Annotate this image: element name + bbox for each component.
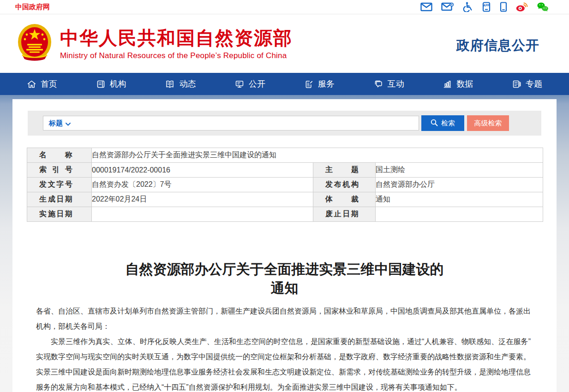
advanced-search-label: 高级检索 <box>474 119 502 128</box>
document-title-line1: 自然资源部办公厅关于全面推进实景三维中国建设的 <box>126 261 444 277</box>
mail-icon[interactable] <box>420 2 432 12</box>
field-label-effective: 实施日期 <box>27 207 92 222</box>
ministry-title-cn: 中华人民共和国自然资源部 <box>60 27 293 48</box>
nav-label: 服务 <box>318 78 335 89</box>
app-icon[interactable]: APP <box>482 2 491 12</box>
paragraph-salutation: 各省、自治区、直辖市及计划单列市自然资源主管部门，新疆生产建设兵团自然资源局，国… <box>36 303 531 334</box>
search-input[interactable]: 标题 <box>43 116 419 131</box>
ministry-title-en: Ministry of Natural Resources of the Peo… <box>60 51 293 60</box>
accessibility-icon[interactable] <box>463 2 473 12</box>
field-value-created: 2022年02月24日 <box>92 192 313 207</box>
national-emblem-logo <box>17 23 53 65</box>
nav-label: 机构 <box>110 78 126 89</box>
table-row: 名称 自然资源部办公厅关于全面推进实景三维中国建设的通知 <box>27 148 543 163</box>
search-field-label: 标题 <box>49 119 63 128</box>
paragraph-intro: 实景三维作为真实、立体、时序化反映人类生产、生活和生态空间的时空信息，是国家重要… <box>36 334 531 392</box>
weibo-icon[interactable] <box>516 2 528 12</box>
field-label-doc-number: 发文字号 <box>27 178 92 192</box>
table-row: 索引号 000019174/2022-00016 主题 国土测绘 <box>27 163 543 178</box>
field-value-index: 000019174/2022-00016 <box>92 163 313 178</box>
search-text-input[interactable] <box>71 116 419 131</box>
mail-subscribe-icon[interactable] <box>441 2 454 12</box>
nav-item-interaction[interactable]: 互动 <box>373 78 404 89</box>
topics-journal-icon <box>512 79 521 89</box>
page-background: 标题 检索 高级检索 名称 自然资源部办公厅关于全面推进实景三维中国建设的通知 … <box>0 95 569 392</box>
nav-label: 互动 <box>388 78 404 89</box>
disclosure-screen-icon <box>234 79 245 89</box>
topbar: 中国政府网 APP <box>0 0 569 14</box>
nav-label: 动态 <box>179 78 196 89</box>
field-value-agency: 自然资源部办公厅 <box>376 178 543 192</box>
nav-label: 数据 <box>456 78 473 89</box>
content-panel: 标题 检索 高级检索 名称 自然资源部办公厅关于全面推进实景三维中国建设的通知 … <box>12 99 557 392</box>
document-title-line2: 通知 <box>271 280 299 296</box>
nav-label: 公开 <box>249 78 265 89</box>
table-row: 生成日期 2022年02月24日 体裁 通知 <box>27 192 543 207</box>
news-book-icon <box>165 79 175 89</box>
svg-text:APP: APP <box>483 4 490 7</box>
brand-text: 中华人民共和国自然资源部 Ministry of Natural Resourc… <box>60 27 293 60</box>
organization-icon <box>96 79 106 89</box>
field-label-index: 索引号 <box>27 163 92 178</box>
field-value-repeal <box>376 207 543 222</box>
field-label-agency: 发布机构 <box>313 178 376 192</box>
field-value-effective <box>92 207 313 222</box>
data-chart-icon <box>443 79 452 89</box>
nav-item-disclosure[interactable]: 公开 <box>234 78 265 89</box>
search-field-selector[interactable]: 标题 <box>49 119 71 128</box>
field-value-genre: 通知 <box>376 192 543 207</box>
nav-item-news[interactable]: 动态 <box>165 78 196 89</box>
field-label-created: 生成日期 <box>27 192 92 207</box>
field-value-name: 自然资源部办公厅关于全面推进实景三维中国建设的通知 <box>92 148 543 163</box>
nav-item-data[interactable]: 数据 <box>443 78 473 89</box>
field-label-genre: 体裁 <box>313 192 376 207</box>
search-button-label: 检索 <box>441 119 455 128</box>
table-row: 发文字号 自然资办发〔2022〕7号 发布机构 自然资源部办公厅 <box>27 178 543 192</box>
wechat-icon[interactable] <box>537 2 549 12</box>
field-label-repeal: 废止日期 <box>313 207 376 222</box>
document-title: 自然资源部办公厅关于全面推进实景三维中国建设的 通知 <box>112 260 458 297</box>
brand: 中华人民共和国自然资源部 Ministry of Natural Resourc… <box>17 23 293 65</box>
nav-label: 专题 <box>526 78 542 89</box>
chevron-down-icon <box>66 119 71 127</box>
search-bar: 标题 检索 高级检索 <box>28 111 541 136</box>
mobile-icon[interactable] <box>500 2 507 12</box>
document-info-table: 名称 自然资源部办公厅关于全面推进实景三维中国建设的通知 索引号 0000191… <box>27 148 543 222</box>
service-edit-icon <box>304 79 314 89</box>
table-row: 实施日期 废止日期 <box>27 207 543 222</box>
advanced-search-button[interactable]: 高级检索 <box>467 115 509 131</box>
site-header: 中华人民共和国自然资源部 Ministry of Natural Resourc… <box>0 14 569 73</box>
field-label-subject: 主题 <box>313 163 376 178</box>
document-body: 各省、自治区、直辖市及计划单列市自然资源主管部门，新疆生产建设兵团自然资源局，国… <box>12 303 557 392</box>
nav-item-home[interactable]: 首页 <box>27 78 57 89</box>
nav-label: 首页 <box>41 78 57 89</box>
search-button[interactable]: 检索 <box>421 115 464 131</box>
field-value-subject: 国土测绘 <box>376 163 543 178</box>
field-label-name: 名称 <box>27 148 92 163</box>
main-nav: 首页 机构 动态 公开 服务 互动 数据 专题 <box>0 73 569 95</box>
nav-item-service[interactable]: 服务 <box>304 78 335 89</box>
page-section-title: 政府信息公开 <box>456 36 539 55</box>
interaction-chat-icon <box>373 79 383 89</box>
topbar-icons: APP <box>420 2 549 12</box>
search-icon <box>431 119 438 128</box>
nav-item-organization[interactable]: 机构 <box>96 78 126 89</box>
gov-site-link[interactable]: 中国政府网 <box>15 3 50 12</box>
field-value-doc-number: 自然资办发〔2022〕7号 <box>92 178 313 192</box>
nav-item-topics[interactable]: 专题 <box>512 78 542 89</box>
home-icon <box>27 79 36 89</box>
